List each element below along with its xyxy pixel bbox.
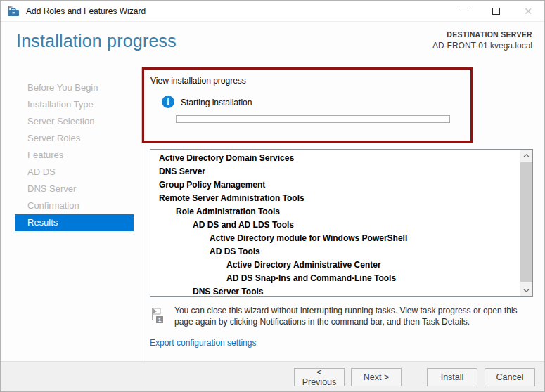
wizard-steps-sidebar: Before You Begin Installation Type Serve… bbox=[1, 71, 143, 361]
installation-status-text: Starting installation bbox=[181, 98, 252, 107]
sidebar-item-features[interactable]: Features bbox=[1, 147, 143, 164]
sidebar-item-ad-ds[interactable]: AD DS bbox=[1, 164, 143, 181]
close-icon: ✕ bbox=[524, 6, 532, 16]
list-item: Remote Server Administration Tools bbox=[150, 192, 520, 205]
view-progress-heading: View installation progress bbox=[150, 76, 246, 86]
sidebar-item-before-you-begin[interactable]: Before You Begin bbox=[1, 79, 143, 96]
sidebar-item-dns-server[interactable]: DNS Server bbox=[1, 181, 143, 197]
titlebar: Add Roles and Features Wizard ✕ bbox=[1, 1, 544, 22]
window-title: Add Roles and Features Wizard bbox=[26, 6, 146, 16]
sidebar-item-server-selection[interactable]: Server Selection bbox=[1, 113, 143, 130]
close-button[interactable]: ✕ bbox=[512, 1, 544, 21]
listbox-scrollbar[interactable] bbox=[520, 150, 532, 296]
notification-flag-icon: 1 bbox=[150, 307, 168, 327]
scrollbar-down-arrow-icon[interactable] bbox=[520, 285, 532, 296]
wizard-footer: < Previous Next > Install Cancel bbox=[1, 361, 544, 391]
info-icon: i bbox=[162, 96, 174, 108]
wizard-window: Add Roles and Features Wizard ✕ Installa… bbox=[0, 0, 545, 392]
wizard-header: Installation progress DESTINATION SERVER… bbox=[1, 22, 544, 71]
destination-server-name: AD-FRONT-01.kvega.local bbox=[432, 41, 532, 51]
list-item: Active Directory module for Windows Powe… bbox=[150, 232, 520, 245]
installed-features-listbox[interactable]: Active Directory Domain Services DNS Ser… bbox=[150, 149, 533, 297]
sidebar-item-results[interactable]: Results bbox=[15, 214, 134, 231]
list-item: Active Directory Domain Services bbox=[150, 152, 520, 165]
sidebar-item-installation-type[interactable]: Installation Type bbox=[1, 96, 143, 113]
wizard-body: Before You Begin Installation Type Serve… bbox=[1, 71, 544, 361]
list-item: DNS Server Tools bbox=[150, 285, 520, 297]
cancel-button[interactable]: Cancel bbox=[485, 368, 535, 386]
maximize-button[interactable] bbox=[480, 1, 512, 21]
red-highlight-annotation: View installation progress i Starting in… bbox=[142, 67, 473, 143]
scrollbar-thumb[interactable] bbox=[520, 162, 532, 282]
list-item: AD DS Snap-Ins and Command-Line Tools bbox=[150, 272, 520, 285]
installation-progress-bar bbox=[176, 115, 450, 123]
minimize-button[interactable] bbox=[447, 1, 480, 21]
list-item: AD DS and AD LDS Tools bbox=[150, 218, 520, 232]
previous-button[interactable]: < Previous bbox=[294, 368, 345, 386]
list-item: Group Policy Management bbox=[150, 178, 520, 192]
scrollbar-up-arrow-icon[interactable] bbox=[520, 150, 532, 162]
list-item: AD DS Tools bbox=[150, 245, 520, 259]
destination-server-block: DESTINATION SERVER AD-FRONT-01.kvega.loc… bbox=[432, 30, 532, 51]
sidebar-item-server-roles[interactable]: Server Roles bbox=[1, 130, 143, 147]
list-item: DNS Server bbox=[150, 165, 520, 178]
notification-badge: 1 bbox=[155, 315, 164, 324]
wizard-app-icon bbox=[7, 5, 20, 17]
window-controls: ✕ bbox=[447, 1, 544, 21]
page-title: Installation progress bbox=[16, 31, 177, 51]
next-button[interactable]: Next > bbox=[351, 368, 402, 386]
maximize-icon bbox=[492, 8, 500, 15]
list-item: Active Directory Administrative Center bbox=[150, 259, 520, 272]
wizard-content: View installation progress i Starting in… bbox=[143, 71, 544, 361]
minimize-icon bbox=[460, 11, 468, 11]
installed-features-list: Active Directory Domain Services DNS Ser… bbox=[150, 152, 520, 297]
sidebar-item-confirmation[interactable]: Confirmation bbox=[1, 197, 143, 214]
wizard-note-text: You can close this wizard without interr… bbox=[174, 306, 536, 327]
export-configuration-link[interactable]: Export configuration settings bbox=[150, 338, 256, 348]
install-button[interactable]: Install bbox=[427, 368, 477, 386]
list-item: Role Administration Tools bbox=[150, 205, 520, 218]
destination-server-label: DESTINATION SERVER bbox=[432, 30, 532, 39]
